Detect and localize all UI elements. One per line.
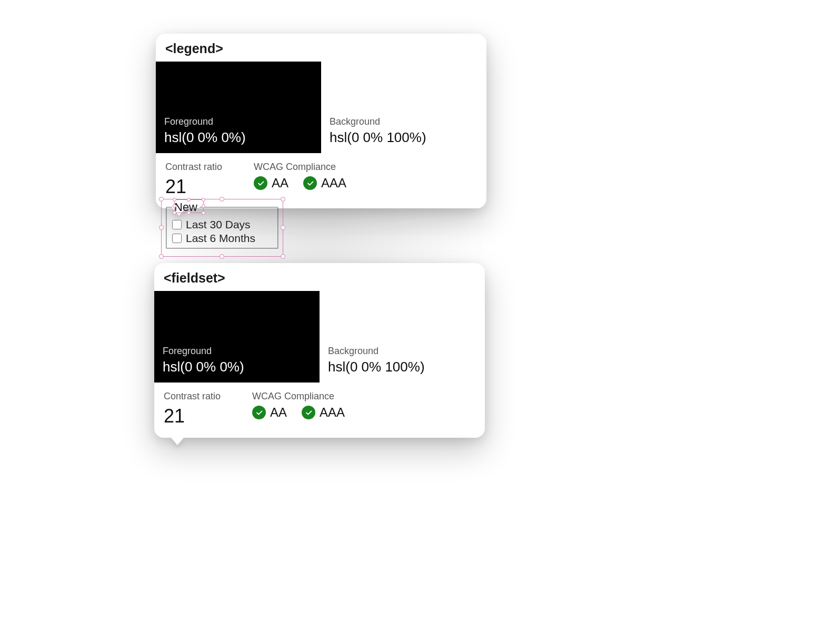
checkbox-row[interactable]: Last 6 Months (172, 232, 272, 245)
contrast-ratio-block: Contrast ratio 21 (165, 162, 222, 198)
card-title: <legend> (156, 34, 486, 62)
legend-element[interactable]: New (172, 200, 200, 214)
wcag-aa-badge: AA (252, 405, 287, 420)
wcag-block: WCAG Compliance AA AAA (252, 391, 345, 427)
contrast-ratio-label: Contrast ratio (165, 162, 222, 173)
wcag-aa-badge: AA (254, 176, 288, 190)
wcag-label: WCAG Compliance (254, 162, 346, 173)
foreground-label: Foreground (163, 346, 311, 357)
contrast-ratio-value: 21 (164, 405, 221, 427)
check-circle-icon (302, 406, 315, 419)
wcag-aaa-badge: AAA (302, 405, 345, 420)
resize-handle-icon[interactable] (159, 225, 164, 230)
background-swatch: Background hsl(0 0% 100%) (320, 291, 485, 383)
resize-handle-icon[interactable] (159, 197, 164, 202)
contrast-ratio-block: Contrast ratio 21 (164, 391, 221, 427)
wcag-aa-text: AA (270, 405, 287, 420)
card-title: <fieldset> (154, 263, 485, 291)
checkbox-last-6-months[interactable] (172, 234, 182, 243)
background-label: Background (328, 346, 476, 357)
checkbox-last-30-days[interactable] (172, 220, 182, 229)
foreground-swatch: Foreground hsl(0 0% 0%) (154, 291, 320, 383)
check-circle-icon (303, 176, 317, 190)
resize-handle-icon[interactable] (281, 197, 285, 202)
checkbox-label: Last 30 Days (186, 218, 251, 231)
background-label: Background (330, 116, 478, 127)
check-circle-icon (254, 176, 267, 190)
selection-outline[interactable]: New Last 30 Days Last 6 Months (161, 199, 283, 257)
wcag-aa-text: AA (272, 176, 288, 190)
foreground-value: hsl(0 0% 0%) (164, 129, 313, 146)
resize-handle-icon[interactable] (281, 254, 285, 259)
check-circle-icon (252, 406, 266, 419)
wcag-aaa-text: AAA (321, 176, 346, 190)
wcag-aaa-text: AAA (320, 405, 345, 420)
wcag-label: WCAG Compliance (252, 391, 345, 402)
inspected-fieldset[interactable]: New Last 30 Days Last 6 Months (161, 199, 283, 257)
fieldset-element[interactable]: New Last 30 Days Last 6 Months (166, 200, 278, 249)
background-swatch: Background hsl(0 0% 100%) (321, 62, 486, 153)
resize-handle-icon[interactable] (159, 254, 164, 259)
resize-handle-icon[interactable] (281, 225, 285, 230)
checkbox-label: Last 6 Months (186, 232, 255, 245)
wcag-aaa-badge: AAA (303, 176, 346, 190)
contrast-ratio-value: 21 (165, 176, 222, 198)
foreground-label: Foreground (164, 116, 313, 127)
foreground-value: hsl(0 0% 0%) (163, 359, 311, 375)
contrast-ratio-label: Contrast ratio (164, 391, 221, 402)
background-value: hsl(0 0% 100%) (328, 359, 476, 375)
checkbox-row[interactable]: Last 30 Days (172, 218, 272, 231)
fieldset-contrast-card: <fieldset> Foreground hsl(0 0% 0%) Backg… (154, 263, 485, 438)
background-value: hsl(0 0% 100%) (330, 129, 478, 146)
wcag-block: WCAG Compliance AA AAA (254, 162, 346, 198)
resize-handle-icon[interactable] (220, 254, 224, 259)
foreground-swatch: Foreground hsl(0 0% 0%) (156, 62, 321, 153)
card-pointer-arrow (171, 438, 184, 445)
legend-contrast-card: <legend> Foreground hsl(0 0% 0%) Backgro… (156, 34, 486, 208)
